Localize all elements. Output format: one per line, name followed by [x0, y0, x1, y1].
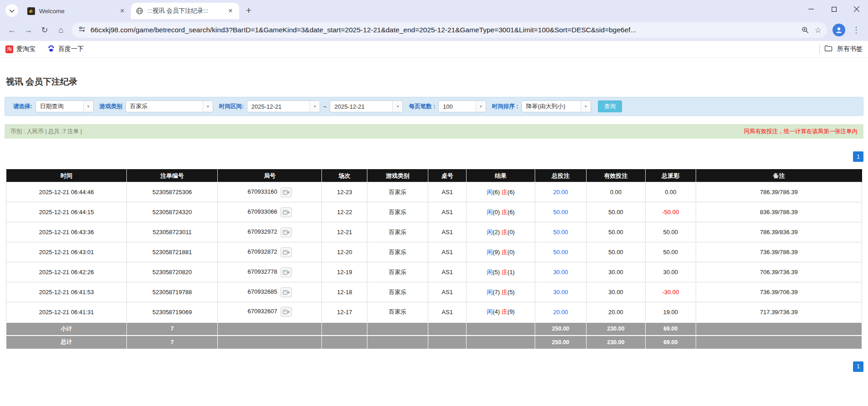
sort-select[interactable]: 降幂(由大到小) ▼ [522, 100, 591, 112]
dropdown-arrow-icon[interactable]: ▼ [203, 101, 213, 112]
video-replay-button[interactable] [281, 267, 292, 277]
home-icon[interactable]: ⌂ [53, 22, 69, 38]
footer-empty-cell [696, 322, 862, 336]
refresh-icon[interactable]: ↻ [36, 22, 53, 38]
video-replay-icon [283, 270, 290, 275]
bookmark-baidu[interactable]: 百度一下 [47, 45, 84, 54]
total-bet-link[interactable]: 50.00 [553, 249, 568, 256]
page-number-button[interactable]: 1 [853, 151, 863, 162]
cell-round-id: 670933160 [217, 182, 322, 202]
cell-payout: 0.00 [645, 182, 696, 202]
cell-total-bet[interactable]: 20.00 [535, 302, 587, 322]
close-tab-icon[interactable]: × [226, 7, 235, 15]
result-player-label: 闲 [487, 269, 493, 276]
cell-total-bet[interactable]: 30.00 [535, 282, 587, 302]
total-bet-link[interactable]: 20.00 [553, 309, 568, 316]
result-banker-score: (9) [507, 308, 515, 315]
search-button[interactable]: 查询 [598, 100, 622, 112]
footer-empty-cell [217, 322, 322, 336]
video-replay-button[interactable] [281, 307, 292, 317]
round-id-text: 670932778 [248, 268, 277, 275]
zoom-icon[interactable] [799, 24, 812, 36]
video-replay-button[interactable] [281, 227, 292, 237]
close-tab-icon[interactable]: × [118, 7, 126, 15]
tab-search-button[interactable] [5, 4, 18, 17]
tab-title: :::视讯 会员下注纪录::: [147, 7, 222, 15]
cell-session: 12-22 [322, 202, 367, 222]
address-bar[interactable]: 66cxkj98.com/game/betrecord_search/kind3… [72, 22, 827, 38]
cell-game-type: 百家乐 [367, 182, 428, 202]
page-number-button[interactable]: 1 [853, 361, 863, 372]
tab-bet-records[interactable]: :::视讯 会员下注纪录::: × [131, 3, 239, 19]
folder-icon [824, 45, 833, 53]
dropdown-arrow-icon[interactable]: ▼ [581, 101, 591, 112]
result-banker-label: 庄 [502, 189, 507, 195]
total-bet-link[interactable]: 50.00 [553, 209, 568, 216]
total-bet-link[interactable]: 30.00 [553, 289, 568, 296]
per-page-select[interactable]: 100 ▼ [438, 100, 486, 112]
date-end-select[interactable]: 2025-12-21 ▼ [330, 100, 403, 112]
cell-bet-id: 523058720820 [127, 262, 217, 282]
result-banker-score: (1) [507, 269, 515, 276]
cell-time: 2025-12-21 06:43:01 [6, 242, 127, 262]
total-row: 总计7250.00230.0069.00 [6, 336, 862, 349]
cell-total-bet[interactable]: 50.00 [535, 202, 587, 222]
footer-payout: 69.00 [645, 322, 696, 336]
total-bet-link[interactable]: 30.00 [553, 269, 568, 276]
tab-welcome[interactable]: Welcome × [23, 3, 131, 19]
forward-icon[interactable]: → [20, 22, 36, 38]
per-page-label: 每页笔数 : [409, 103, 435, 110]
cell-total-bet[interactable]: 30.00 [535, 262, 587, 282]
date-start-value: 2025-12-21 [247, 103, 310, 110]
total-bet-link[interactable]: 20.00 [553, 189, 568, 195]
result-player-score: (0) [493, 209, 500, 216]
date-start-select[interactable]: 2025-12-21 ▼ [247, 100, 320, 112]
video-replay-button[interactable] [281, 247, 292, 257]
cell-note: 706.39/736.39 [696, 262, 862, 282]
new-tab-button[interactable]: + [242, 4, 256, 17]
cell-game-type: 百家乐 [367, 302, 428, 322]
cell-total-bet[interactable]: 50.00 [535, 222, 587, 242]
total-bet-link[interactable]: 50.00 [553, 229, 568, 236]
table-row: 2025-12-21 06:43:36523058723011670932972… [6, 222, 862, 242]
dropdown-arrow-icon[interactable]: ▼ [83, 101, 93, 112]
cell-table-no: AS1 [428, 182, 467, 202]
video-replay-icon [283, 250, 290, 255]
all-bookmarks-label[interactable]: 所有书签 [837, 45, 863, 53]
close-window-button[interactable] [845, 0, 868, 18]
column-header: 有效投注 [586, 170, 645, 182]
dropdown-arrow-icon[interactable]: ▼ [392, 101, 402, 112]
video-replay-button[interactable] [281, 207, 292, 217]
cell-round-id: 670932972 [217, 222, 322, 242]
back-icon[interactable]: ← [4, 22, 20, 38]
game-kind-select[interactable]: 百家乐 ▼ [125, 100, 213, 112]
round-id-text: 670932972 [248, 228, 277, 235]
cell-total-bet[interactable]: 50.00 [535, 242, 587, 262]
video-replay-button[interactable] [281, 187, 292, 197]
bookmark-label: 百度一下 [58, 45, 84, 53]
bookmark-aitaobao[interactable]: 淘 爱淘宝 [5, 45, 35, 53]
column-header: 结果 [467, 170, 535, 182]
cell-round-id: 670932872 [217, 242, 322, 262]
maximize-button[interactable] [823, 0, 845, 18]
table-row: 2025-12-21 06:41:31523058719069670932607… [6, 302, 862, 322]
site-info-icon[interactable] [78, 25, 86, 35]
url-text[interactable]: 66cxkj98.com/game/betrecord_search/kind3… [90, 26, 799, 34]
cell-total-bet[interactable]: 20.00 [535, 182, 587, 202]
cell-session: 12-17 [322, 302, 367, 322]
browser-chrome: Welcome × :::视讯 会员下注纪录::: × + ← → ↻ [0, 0, 868, 58]
bookmark-star-icon[interactable]: ☆ [812, 24, 824, 36]
dropdown-arrow-icon[interactable]: ▼ [476, 101, 486, 112]
records-table-wrap: 时间注单编号局号场次游戏类别桌号结果总投注有效投注总派彩备注 2025-12-2… [6, 169, 862, 349]
result-player-label: 闲 [487, 209, 493, 216]
video-replay-button[interactable] [281, 287, 292, 297]
cell-game-type: 百家乐 [367, 242, 428, 262]
cell-bet-id: 523058723011 [127, 222, 217, 242]
round-id-text: 670932607 [248, 308, 277, 315]
subtotal-row: 小计7250.00230.0069.00 [6, 322, 862, 336]
query-mode-select[interactable]: 日期查询 ▼ [35, 100, 94, 112]
profile-avatar[interactable] [833, 24, 845, 36]
browser-menu-icon[interactable]: ⋮ [848, 22, 864, 38]
minimize-button[interactable] [800, 0, 823, 18]
dropdown-arrow-icon[interactable]: ▼ [310, 101, 320, 112]
